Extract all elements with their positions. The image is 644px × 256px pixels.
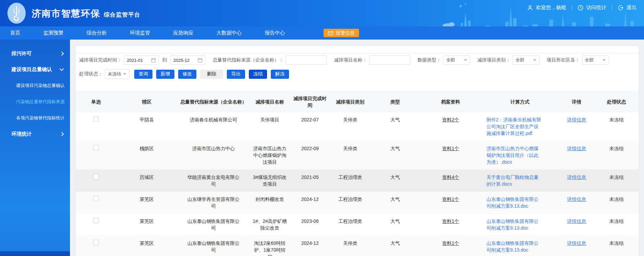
cell-project: 济南市匡山热力中心燃煤锅炉淘汰项目 [250, 141, 290, 170]
sidebar-item-6[interactable]: 环境统计 [0, 126, 70, 142]
cell-district: 槐荫区 [116, 141, 177, 170]
data-type-label: 数据类型： [418, 57, 441, 63]
status-select[interactable]: 未冻结 [105, 69, 129, 79]
column-header-2: 辖区 [116, 91, 177, 113]
cell-select [76, 192, 116, 214]
visit-stats-link[interactable]: 访问统计 [586, 4, 606, 11]
calc-file-link[interactable]: 附件2：济南春生机械有限公司淘汰厂区全部生产设施减排量计算过程.pdf [486, 117, 541, 136]
logout-link[interactable]: 退出 [626, 4, 637, 11]
to-label: 到 [162, 57, 167, 63]
divider [612, 5, 612, 10]
logout-icon [618, 5, 624, 11]
cell-archive: 资料1个 [420, 192, 481, 214]
row-checkbox[interactable] [93, 174, 99, 179]
nav-item-4[interactable]: 环境监管 [130, 30, 150, 36]
calc-file-link[interactable]: 山东泰山钢铁集团有限公司削减方案9.13.doc [486, 240, 539, 253]
column-header-4: 减排项目名称 [250, 91, 290, 113]
cell-company: 济南春生机械有限公司 [177, 112, 250, 141]
table-row-6: 莱芜区山东泰山钢铁集团有限公司淘汰2座60吨转炉、1座70吨转炉2024-12关… [76, 236, 639, 256]
row-checkbox[interactable] [93, 218, 99, 223]
time-range-label: 减排项目完成时间： [79, 57, 122, 63]
cell-calc: 济南市匡山热力中心燃煤锅炉淘汰项目简介（以此为准）.docx [481, 141, 559, 170]
category-select[interactable]: 全部 [512, 55, 540, 65]
status-value: 未冻结 [108, 71, 121, 77]
date-from-input[interactable]: 2021-01 [124, 55, 159, 65]
district-select[interactable]: 全部 [582, 55, 609, 65]
calc-file-link[interactable]: 山东泰山钢铁集团有限公司削减方案9.13.doc [486, 218, 539, 231]
date-to-input[interactable]: 2025-12 [170, 55, 206, 65]
sidebar-item-2[interactable]: 建设项目总量确认 [0, 62, 70, 77]
data-type-select[interactable]: 全部 [443, 55, 470, 65]
app-header: 济南市智慧环保 综合监管平台 [0, 0, 644, 26]
cell-district: 莱芜区 [116, 192, 177, 214]
archive-link[interactable]: 资料4个 [442, 174, 459, 180]
cell-date: 2023-06 [290, 214, 330, 236]
cell-detail: 详情信息 [559, 236, 594, 256]
app-logo [7, 2, 26, 24]
cell-type: 大气 [370, 170, 420, 192]
chevron-down-icon [464, 59, 467, 61]
cell-detail: 详情信息 [559, 192, 594, 214]
action-button-3[interactable]: 修改 [178, 70, 196, 79]
cell-company: 济南市匡山热力中心 [177, 141, 250, 170]
sidebar-item-1[interactable]: 排污许可 [0, 46, 70, 62]
cell-type: 大气 [370, 192, 420, 214]
table-row-4: 莱芜区山东继学再生资源有限公司封闭料棚改造2024-12工程治理类大气资料1个山… [76, 192, 639, 214]
sidebar-item-5[interactable]: 各项污染物替代指标统计 [0, 110, 70, 126]
date-to-value: 2025-12 [173, 58, 190, 63]
table-row-3: 历城区华能济南黄台发电有限公司3#煤场无组织改造项目2021-05工程治理类大气… [76, 170, 639, 192]
source-input[interactable] [286, 55, 327, 65]
nav-item-3[interactable]: 综合分析 [87, 30, 107, 36]
nav-item-1[interactable]: 首页 [10, 30, 20, 36]
project-name-input[interactable] [369, 55, 410, 65]
table-row-2: 槐荫区济南市匡山热力中心济南市匡山热力中心燃煤锅炉淘汰项目2022-09关停类大… [76, 141, 639, 170]
action-button-5[interactable]: 导出 [227, 70, 245, 79]
action-button-2[interactable]: 新增 [156, 70, 174, 79]
nav-item-7[interactable]: 报告中心 [265, 30, 285, 36]
row-checkbox[interactable] [93, 196, 99, 201]
action-button-6[interactable]: 冻结 [249, 70, 267, 79]
calc-file-link[interactable]: 山东泰山钢铁集团有限公司削减方案9.13.doc [486, 196, 539, 209]
column-header-1: 单选 [76, 91, 116, 113]
row-checkbox[interactable] [93, 116, 99, 122]
detail-link[interactable]: 详情信息 [567, 218, 586, 224]
cell-detail: 详情信息 [559, 141, 594, 170]
alarm-info-button[interactable]: 报警信息 [324, 29, 359, 37]
archive-link[interactable]: 资料1个 [442, 218, 459, 224]
sidebar-item-label: 各项污染物替代指标统计 [16, 115, 65, 121]
detail-link[interactable]: 详情信息 [567, 117, 586, 122]
cell-district: 历城区 [116, 170, 177, 192]
calc-file-link[interactable]: 济南市匡山热力中心燃煤锅炉淘汰项目简介（以此为准）.docx [486, 146, 539, 165]
detail-link[interactable]: 详情信息 [567, 196, 586, 202]
cell-archive: 资料1个 [420, 141, 481, 170]
sidebar-item-3[interactable]: 建设项目污染物总量确认 [0, 77, 70, 94]
cell-calc: 附件2：济南春生机械有限公司淘汰厂区全部生产设施减排量计算过程.pdf [481, 112, 559, 141]
cell-select [76, 112, 116, 141]
detail-link[interactable]: 详情信息 [567, 174, 586, 180]
cell-archive: 资料1个 [420, 236, 481, 256]
archive-link[interactable]: 资料2个 [442, 117, 459, 122]
nav-item-2[interactable]: 监测预警 [43, 30, 64, 36]
detail-link[interactable]: 详情信息 [567, 146, 586, 151]
action-button-7[interactable]: 解冻 [271, 70, 289, 79]
alarm-info-label: 报警信息 [336, 30, 355, 36]
archive-link[interactable]: 资料1个 [442, 196, 459, 202]
cell-date: 2021-05 [290, 170, 330, 192]
cell-detail: 详情信息 [559, 170, 594, 192]
filter-panel: 减排项目完成时间： 2021-01 到 2025-12 [76, 54, 639, 79]
detail-link[interactable]: 详情信息 [567, 240, 586, 246]
filter-row-2: 处理状态： 未冻结 查询新增修改删除导出冻结解冻 [79, 69, 635, 79]
action-button-1[interactable]: 查询 [134, 70, 152, 79]
welcome-text: 欢迎您，杨晓 [536, 4, 566, 11]
action-button-4[interactable]: 删除 [200, 70, 223, 79]
nav-item-6[interactable]: 大数据中心 [216, 30, 242, 36]
sidebar-item-4[interactable]: 污染物总量替代指标来源 [0, 94, 70, 110]
archive-link[interactable]: 资料1个 [442, 240, 459, 246]
column-header-11: 处理状态 [594, 91, 639, 113]
row-checkbox[interactable] [93, 240, 99, 245]
calc-file-link[interactable]: 关于黄台电厂颗粒物总量的计算.docx [486, 174, 539, 187]
chevron-down-icon [533, 59, 536, 61]
nav-item-5[interactable]: 应急响应 [173, 30, 193, 36]
archive-link[interactable]: 资料1个 [442, 146, 459, 151]
row-checkbox[interactable] [93, 145, 99, 150]
